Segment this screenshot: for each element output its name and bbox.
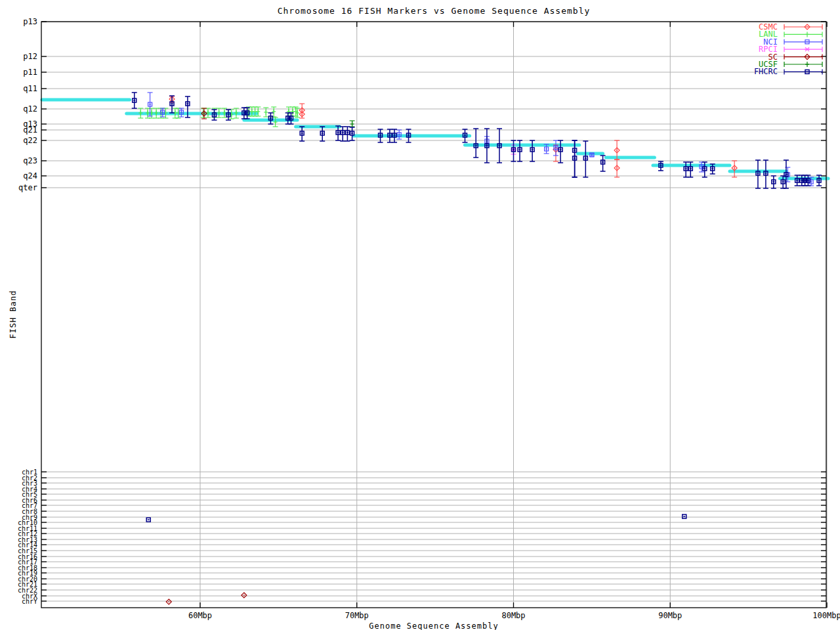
svg-text:q21: q21 [23, 125, 37, 135]
data-point [340, 127, 345, 141]
data-point [217, 108, 222, 117]
data-point [732, 161, 737, 177]
data-point [614, 159, 620, 177]
legend: CSMCLANLNCIRPCISCUCSFFHCRC [754, 22, 822, 76]
data-point [268, 113, 273, 124]
svg-text:FHCRC: FHCRC [754, 67, 778, 76]
svg-text:q12: q12 [23, 104, 37, 114]
data-point [473, 129, 478, 158]
svg-text:70Mbp: 70Mbp [345, 611, 369, 620]
data-point [816, 175, 822, 186]
data-point [166, 599, 171, 604]
data-point [350, 127, 355, 140]
data-point [132, 93, 137, 108]
data-point [320, 127, 325, 141]
data-point [285, 113, 291, 124]
data-point [658, 161, 663, 171]
svg-text:100Mbp: 100Mbp [812, 611, 840, 620]
svg-text:80Mbp: 80Mbp [501, 611, 525, 620]
svg-text:q23: q23 [23, 156, 37, 165]
svg-text:90Mbp: 90Mbp [658, 611, 682, 620]
gridlines [41, 22, 827, 608]
data-point [271, 107, 276, 117]
data-point [755, 160, 761, 188]
plot-area: p13p12p11q11q12q13q21q22q23q24qterchr1ch… [0, 0, 840, 630]
svg-text:qter: qter [18, 183, 37, 192]
svg-text:q11: q11 [23, 84, 37, 93]
series-ucsf [350, 121, 355, 127]
chromosome16-fish-chart-page: { "title": "Chromosome 16 FISH Markers v… [0, 0, 840, 630]
data-point [145, 108, 150, 118]
data-point [682, 514, 686, 518]
data-point [299, 127, 304, 141]
data-point [583, 141, 588, 177]
data-point [553, 140, 558, 156]
data-point [805, 175, 810, 186]
data-point [201, 108, 206, 117]
data-point [146, 518, 150, 522]
svg-text:q22: q22 [23, 136, 37, 145]
data-point [803, 175, 808, 186]
series-fhcrc [132, 93, 822, 522]
data-point [242, 108, 247, 119]
data-point [286, 107, 291, 116]
data-point [211, 110, 217, 120]
data-point [799, 175, 805, 186]
svg-text:chrY: chrY [22, 598, 37, 605]
data-point [396, 130, 402, 139]
svg-text:p13: p13 [23, 17, 37, 26]
data-point [795, 175, 800, 186]
data-point [771, 176, 776, 188]
svg-text:p11: p11 [23, 68, 37, 77]
data-point [763, 160, 768, 188]
data-point [154, 108, 159, 118]
data-point [234, 108, 239, 118]
data-point [138, 108, 143, 118]
data-point [178, 108, 184, 117]
series-nci [148, 93, 814, 186]
data-point [497, 129, 502, 163]
svg-text:p12: p12 [23, 52, 37, 61]
axes: p13p12p11q11q12q13q21q22q23q24qterchr1ch… [18, 17, 840, 620]
data-point [350, 121, 355, 127]
data-point [299, 104, 304, 118]
data-point [345, 127, 350, 141]
data-point [484, 129, 490, 163]
data-point [229, 110, 234, 119]
data-point [589, 153, 595, 157]
series-sc [166, 108, 247, 604]
legend-entry-fhcrc: FHCRC [754, 67, 822, 76]
svg-text:q24: q24 [23, 171, 37, 180]
data-point [242, 593, 247, 598]
svg-text:60Mbp: 60Mbp [188, 611, 212, 620]
